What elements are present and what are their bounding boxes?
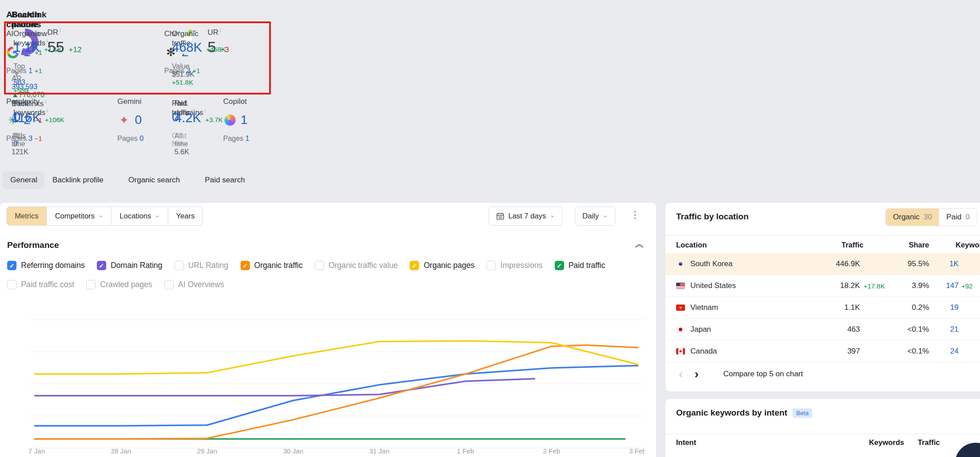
checkbox-icon: ✓ — [241, 261, 250, 270]
filter-competitors-button[interactable]: Competitors⌄ — [46, 207, 111, 225]
granularity-label: Daily — [582, 212, 599, 220]
tab-organic-search[interactable]: Organic search — [129, 171, 180, 189]
ai-item-copilot: Copilot 1 Pages 1 — [223, 97, 317, 143]
filter-locations-button[interactable]: Locations⌄ — [111, 207, 168, 225]
collapse-chevron-icon[interactable]: ❯ — [634, 243, 644, 249]
chart-x-tick-label: 31 Jan — [369, 447, 389, 455]
calendar-icon — [496, 212, 504, 220]
table-row-japan[interactable]: Japan 463 <0.1% 21 — [665, 319, 980, 341]
paid-traffic-value[interactable]: 0 — [172, 110, 179, 124]
metric-checkbox-row-2: Paid traffic cost Crawled pages AI Overv… — [7, 280, 224, 289]
chevron-down-icon: ⌄ — [603, 212, 608, 218]
table-row-canada[interactable]: ✱Canada 397 <0.1% 24 — [665, 341, 980, 362]
checkbox-ai-overviews[interactable]: AI Overviews — [164, 280, 224, 289]
pages-label: Pages — [117, 135, 137, 142]
date-range-button[interactable]: Last 7 days ⌄ — [489, 206, 562, 226]
keywords-by-intent-title: Organic keywords by intent — [676, 408, 787, 418]
filter-metrics-button[interactable]: Metrics — [7, 207, 46, 225]
toggle-organic[interactable]: Organic 30 — [886, 209, 939, 226]
more-options-kebab-icon[interactable]: ⋮ — [630, 209, 640, 221]
organic-keywords-value[interactable]: 1.1K — [13, 40, 40, 55]
checkbox-crawled-pages[interactable]: Crawled pages — [86, 280, 152, 289]
keywords-by-intent-card: Organic keywords by intent Beta Intent K… — [665, 399, 980, 457]
pages-delta: +1 — [34, 67, 42, 74]
column-keywords[interactable]: Keywords — [933, 241, 980, 249]
alltime-value: 5.6K — [174, 148, 189, 156]
pages-delta: −1 — [34, 135, 42, 142]
search-title: Search — [12, 10, 40, 20]
organic-traffic-value[interactable]: 468K — [172, 40, 202, 55]
cost-value: N/A — [172, 140, 184, 148]
compare-top5-link[interactable]: Compare top 5 on chart — [723, 370, 803, 379]
value-amount: $51.9K — [172, 70, 195, 78]
previous-page-icon[interactable]: ‹ — [679, 368, 683, 380]
top3-value[interactable]: 563 — [13, 78, 25, 86]
location-table-header: Location Traffic Share Keywords — [665, 236, 980, 253]
column-traffic: Traffic — [904, 438, 940, 447]
south-korea-flag-icon — [676, 261, 685, 267]
ai-item-name: Copilot — [223, 97, 317, 106]
paid-keywords-value[interactable]: 0 — [13, 110, 21, 124]
performance-chart: 27 Jan28 Jan29 Jan30 Jan31 Jan1 Feb2 Feb… — [29, 308, 644, 455]
ads-value[interactable]: 0 — [13, 140, 17, 148]
checkbox-referring-domains[interactable]: ✓ Referring domains — [7, 261, 85, 270]
tab-general[interactable]: General — [3, 171, 45, 189]
pages-value[interactable]: 1 — [245, 135, 249, 142]
value-delta: +51.8K — [172, 78, 193, 86]
gemini-icon: ✦ — [117, 113, 131, 127]
info-icon[interactable]: i — [191, 108, 192, 113]
ai-item-value[interactable]: 1 — [241, 113, 248, 127]
info-icon[interactable]: i — [60, 28, 61, 33]
dr-delta: +12 — [69, 45, 82, 54]
info-icon[interactable]: i — [220, 28, 221, 33]
next-page-icon[interactable]: › — [694, 368, 698, 380]
checkbox-domain-rating[interactable]: ✓ Domain Rating — [97, 261, 162, 270]
checkbox-paid-traffic[interactable]: ✓ Paid traffic — [555, 261, 605, 270]
info-icon[interactable]: i — [47, 108, 48, 113]
pages-label: Pages — [223, 135, 243, 142]
checkbox-organic-pages[interactable]: ✓ Organic pages — [410, 261, 474, 270]
checkbox-organic-traffic[interactable]: ✓ Organic traffic — [241, 261, 303, 270]
chart-series-domain-rating — [35, 379, 534, 396]
checkbox-url-rating[interactable]: URL Rating — [174, 261, 228, 270]
metric-checkbox-row-1: ✓ Referring domains ✓ Domain Rating URL … — [7, 261, 605, 270]
table-row-united-states[interactable]: United States 18.2K+17.8K 3.9% 147+92 — [665, 275, 980, 297]
toggle-paid[interactable]: Paid 0 — [939, 209, 977, 226]
section-tabs: General Backlink profile Organic search … — [3, 171, 245, 189]
location-table-body: South Korea 446.9K 95.5% 1K United State… — [665, 253, 980, 362]
filter-years-button[interactable]: Years — [168, 207, 203, 225]
organic-keywords-delta: +1.1K — [44, 45, 62, 53]
top3-label: Top 3 — [13, 62, 25, 78]
tab-paid-search[interactable]: Paid search — [205, 171, 245, 189]
canada-flag-icon: ✱ — [676, 348, 685, 354]
table-row-south-korea[interactable]: South Korea 446.9K 95.5% 1K — [665, 253, 980, 275]
checkbox-organic-traffic-value[interactable]: Organic traffic value — [315, 261, 398, 270]
value-label: Value — [172, 62, 190, 70]
column-traffic[interactable]: Traffic — [823, 241, 890, 249]
tab-backlink-profile[interactable]: Backlink profile — [52, 171, 103, 189]
checkbox-icon — [86, 280, 96, 289]
checkbox-icon — [315, 261, 324, 270]
ai-item-value[interactable]: 0 — [135, 113, 142, 127]
seo-dashboard: { "ai_citations": { "title": "AI citatio… — [0, 0, 980, 457]
chart-x-tick-label: 27 Jan — [29, 447, 45, 455]
chevron-down-icon: ⌄ — [550, 212, 555, 218]
column-location[interactable]: Location — [676, 241, 823, 249]
pages-value[interactable]: 1 — [29, 67, 33, 74]
top3-delta: +559 — [13, 86, 29, 94]
pages-value[interactable]: 0 — [140, 135, 144, 142]
copilot-icon — [223, 113, 237, 127]
united-states-flag-icon — [676, 283, 685, 289]
checkbox-paid-traffic-cost[interactable]: Paid traffic cost — [7, 280, 74, 289]
column-share[interactable]: Share — [890, 241, 933, 249]
checkbox-icon — [7, 280, 17, 289]
ref-domains-delta: +3.7K — [205, 116, 223, 124]
ads-label: Ads — [13, 132, 26, 140]
checkbox-impressions[interactable]: Impressions — [486, 261, 542, 270]
filter-segmented-control: Metrics Competitors⌄ Locations⌄ Years — [6, 206, 203, 226]
table-row-vietnam[interactable]: ★Vietnam 1.1K 0.2% 19 — [665, 297, 980, 319]
divider — [665, 235, 980, 236]
pages-value[interactable]: 3 — [29, 135, 33, 142]
granularity-button[interactable]: Daily ⌄ — [575, 206, 615, 226]
performance-card: Metrics Competitors⌄ Locations⌄ Years La… — [0, 203, 656, 457]
